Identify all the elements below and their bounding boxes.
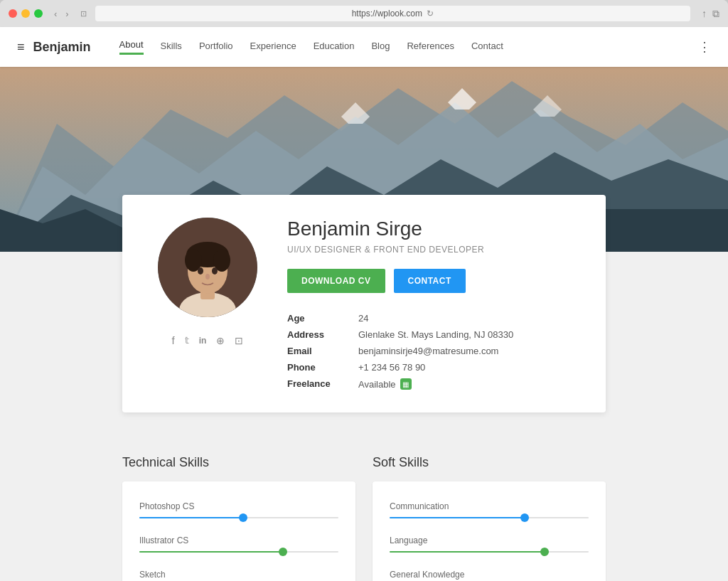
address-value: Glenlake St. Mays Landing, NJ 08330 (358, 329, 513, 340)
nav-links: About Skills Portfolio Experience Educat… (119, 39, 698, 55)
nav-link-blog[interactable]: Blog (371, 41, 390, 54)
tabs-button[interactable]: ⧉ (712, 8, 719, 20)
skill-language: Language (390, 535, 589, 553)
skill-sketch-label: Sketch (139, 570, 338, 580)
svg-point-15 (198, 267, 203, 274)
email-value: benjaminsirje49@matresume.com (358, 346, 498, 356)
linkedin-icon[interactable]: in (199, 336, 207, 346)
info-row-address: Address Glenlake St. Mays Landing, NJ 08… (287, 329, 577, 340)
age-label: Age (287, 313, 358, 324)
nav-link-education[interactable]: Education (314, 41, 355, 54)
more-options-icon[interactable]: ⋮ (698, 39, 711, 55)
technical-skills-card: Photoshop CS Illustrator CS (122, 481, 355, 581)
nav-link-contact[interactable]: Contact (471, 41, 503, 54)
skill-sketch: Sketch (139, 570, 338, 581)
skill-language-fill (390, 551, 545, 553)
nav-link-skills[interactable]: Skills (161, 41, 182, 54)
skill-communication-fill (390, 517, 525, 518)
instagram-icon[interactable]: ⊡ (235, 335, 243, 346)
url-text: https://wplook.com (352, 9, 422, 18)
nav-link-portfolio[interactable]: Portfolio (199, 41, 233, 54)
nav-buttons: ‹ › (51, 7, 72, 21)
freelance-label: Freelance (287, 378, 358, 390)
profile-left-column: f 𝕥 in ⊕ ⊡ (151, 218, 264, 390)
info-row-age: Age 24 (287, 313, 577, 324)
svg-point-16 (212, 267, 218, 274)
svg-point-17 (205, 274, 210, 279)
nav-link-about[interactable]: About (119, 39, 144, 55)
skills-section: Technical Skills Photoshop CS Illustr (0, 441, 728, 581)
skill-photoshop-track (139, 517, 338, 518)
phone-label: Phone (287, 362, 358, 373)
browser-window: ‹ › ⊡ https://wplook.com ↻ ↑ ⧉ ≡ Benjami… (0, 0, 728, 581)
skill-language-label: Language (390, 535, 589, 545)
skill-photoshop-label: Photoshop CS (139, 501, 338, 511)
forward-button[interactable]: › (63, 7, 71, 21)
soft-skills-card: Communication Language (373, 481, 606, 581)
profile-title: UI/UX DESIGNER & FRONT END DEVELOPER (287, 245, 577, 255)
skill-illustrator-label: Illustrator CS (139, 535, 338, 545)
browser-titlebar: ‹ › ⊡ https://wplook.com ↻ ↑ ⧉ (0, 0, 728, 27)
skill-illustrator: Illustrator CS (139, 535, 338, 553)
address-bar[interactable]: https://wplook.com ↻ (95, 6, 690, 21)
site-navigation: ≡ Benjamin About Skills Portfolio Experi… (0, 27, 728, 67)
reload-icon[interactable]: ↻ (427, 9, 434, 18)
freelance-value: Available ▦ (358, 378, 412, 390)
skills-grid: Technical Skills Photoshop CS Illustr (122, 455, 606, 581)
maximize-button[interactable] (34, 9, 43, 18)
technical-skills-title: Technical Skills (122, 455, 355, 470)
address-label: Address (287, 329, 358, 340)
contact-button[interactable]: CONTACT (394, 269, 466, 293)
dribbble-icon[interactable]: ⊕ (216, 335, 225, 346)
email-label: Email (287, 346, 358, 356)
traffic-lights (9, 9, 43, 18)
skill-illustrator-fill (139, 551, 283, 553)
skill-communication-label: Communication (390, 501, 589, 511)
skill-language-track (390, 551, 589, 553)
nav-link-references[interactable]: References (407, 41, 454, 54)
skill-language-dot[interactable] (540, 548, 549, 556)
phone-value: +1 234 56 78 90 (358, 362, 425, 373)
profile-card: f 𝕥 in ⊕ ⊡ Benjamin Sirge UI/UX DESIGNER… (122, 195, 606, 412)
skill-photoshop-fill (139, 517, 243, 518)
social-icons: f 𝕥 in ⊕ ⊡ (172, 334, 244, 346)
nav-link-experience[interactable]: Experience (250, 41, 296, 54)
share-button[interactable]: ↑ (702, 8, 707, 19)
info-row-freelance: Freelance Available ▦ (287, 378, 577, 390)
website-container: ≡ Benjamin About Skills Portfolio Experi… (0, 27, 728, 581)
profile-name: Benjamin Sirge (287, 218, 577, 240)
skill-communication: Communication (390, 501, 589, 518)
soft-skills-block: Soft Skills Communication Language (373, 455, 606, 581)
skill-illustrator-track (139, 551, 338, 553)
download-cv-button[interactable]: DOWNLOAD CV (287, 269, 385, 293)
available-calendar-icon: ▦ (400, 378, 412, 390)
skill-photoshop-dot[interactable] (239, 513, 247, 522)
avatar-image (158, 218, 257, 317)
skill-general-knowledge: General Knowledge (390, 570, 589, 581)
facebook-icon[interactable]: f (172, 334, 175, 346)
browser-actions: ↑ ⧉ (702, 8, 719, 20)
back-button[interactable]: ‹ (51, 7, 60, 21)
skill-communication-track (390, 517, 589, 518)
profile-right-column: Benjamin Sirge UI/UX DESIGNER & FRONT EN… (287, 218, 577, 390)
info-row-phone: Phone +1 234 56 78 90 (287, 362, 577, 373)
hamburger-menu-icon[interactable]: ≡ (17, 40, 25, 55)
skill-photoshop: Photoshop CS (139, 501, 338, 518)
info-row-email: Email benjaminsirje49@matresume.com (287, 346, 577, 356)
profile-buttons: DOWNLOAD CV CONTACT (287, 269, 577, 293)
twitter-icon[interactable]: 𝕥 (185, 335, 189, 346)
avatar (158, 218, 257, 317)
soft-skills-title: Soft Skills (373, 455, 606, 470)
age-value: 24 (358, 313, 368, 324)
profile-info: Age 24 Address Glenlake St. Mays Landing… (287, 313, 577, 390)
window-toggle-button[interactable]: ⊡ (77, 8, 90, 20)
site-brand[interactable]: Benjamin (33, 40, 91, 55)
skill-general-knowledge-label: General Knowledge (390, 570, 589, 580)
close-button[interactable] (9, 9, 17, 18)
minimize-button[interactable] (21, 9, 30, 18)
skill-illustrator-dot[interactable] (279, 548, 287, 556)
technical-skills-block: Technical Skills Photoshop CS Illustr (122, 455, 355, 581)
skill-communication-dot[interactable] (520, 513, 529, 522)
